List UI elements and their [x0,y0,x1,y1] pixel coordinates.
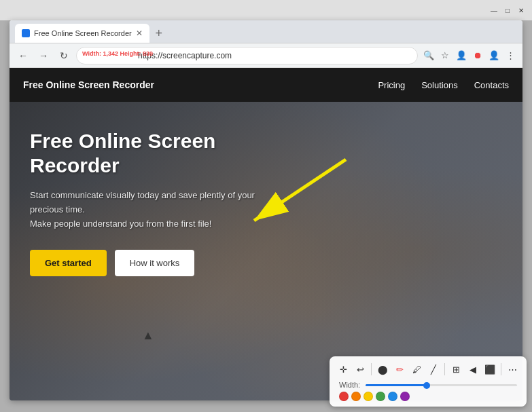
site-content: Free Online Screen Recorder Pricing Solu… [10,68,522,400]
color-red[interactable] [339,392,349,401]
os-window-controls[interactable]: — □ ✕ [489,5,527,16]
width-control: Width: [336,381,520,389]
active-tab[interactable]: Free Online Screen Recorder ✕ [15,24,149,43]
hero-subtitle-line1: Start communicate visually today and sav… [30,190,255,214]
address-bar-icons: 🔍 ☆ 👤 ⏺ 👤 ⋮ [422,49,517,62]
nav-links: Pricing Solutions Contacts [378,80,509,90]
profile-icon-2[interactable]: 👤 [487,49,501,62]
hero-subtitle: Start communicate visually today and sav… [30,189,271,231]
new-tab-button[interactable]: + [149,24,169,43]
toolbar-separator-1 [371,363,372,375]
width-slider-thumb[interactable] [423,382,430,389]
more-tool-icon[interactable]: ⋯ [506,362,520,377]
color-orange[interactable] [351,392,361,401]
toolbar-separator-3 [501,363,501,375]
bookmark-icon[interactable]: ☆ [438,49,452,62]
add-tool-icon[interactable]: ✛ [336,362,351,377]
url-box[interactable]: Width: 1,342 Height: 839 https://screenc… [76,47,418,64]
how-it-works-button[interactable]: How it works [115,250,195,276]
annotation-toolbar: ✛ ↩ ⬤ ✏ 🖊 ╱ ⊞ ◀ ⬛ ⋯ Width: [330,356,527,407]
nav-contacts[interactable]: Contacts [474,80,509,90]
highlight-tool-icon[interactable]: 🖊 [410,362,424,377]
profile-icon-1[interactable]: 👤 [455,49,468,62]
hero-section: Free Online Screen Recorder Start commun… [10,102,522,400]
refresh-button[interactable]: ↻ [56,48,72,64]
menu-icon[interactable]: ⋮ [503,49,517,62]
get-started-button[interactable]: Get started [30,250,107,276]
width-slider-fill [366,384,426,386]
color-blue[interactable] [388,392,397,401]
browser-window: Free Online Screen Recorder ✕ + ← → ↻ Wi… [10,20,522,400]
undo-tool-icon[interactable]: ↩ [353,362,368,377]
tab-close-button[interactable]: ✕ [136,29,143,38]
hero-buttons: Get started How it works [30,250,271,276]
forward-button[interactable]: → [35,48,52,64]
nav-pricing[interactable]: Pricing [378,80,405,90]
tab-favicon [22,29,30,37]
dimension-badge: Width: 1,342 Height: 839 [82,50,153,57]
color-green[interactable] [376,392,385,401]
tab-bar: Free Online Screen Recorder ✕ + [10,20,522,43]
toolbar-separator-2 [444,363,445,375]
nav-solutions[interactable]: Solutions [421,80,457,90]
maximize-button[interactable]: □ [502,5,513,16]
minimize-button[interactable]: — [489,5,499,16]
width-label: Width: [339,381,360,389]
search-icon[interactable]: 🔍 [422,49,436,62]
save-tool-icon[interactable]: ⬛ [483,362,497,377]
back-button[interactable]: ← [15,48,31,64]
color-purple[interactable] [400,392,410,401]
hero-title: Free Online Screen Recorder [30,129,271,178]
color-yellow[interactable] [363,392,373,401]
close-button[interactable]: ✕ [516,5,527,16]
address-bar: ← → ↻ Width: 1,342 Height: 839 https://s… [10,43,522,68]
circle-tool-icon[interactable]: ⬤ [376,362,390,377]
width-slider[interactable] [366,384,517,386]
crop-tool-icon[interactable]: ⊞ [449,362,463,377]
os-titlebar: — □ ✕ [0,0,532,20]
site-logo: Free Online Screen Recorder [23,79,378,90]
site-navigation: Free Online Screen Recorder Pricing Solu… [10,68,522,102]
share-tool-icon[interactable]: ◀ [466,362,480,377]
arrow-annotation [241,156,349,238]
hero-subtitle-line2: Make people understand you from the firs… [30,219,211,229]
line-tool-icon[interactable]: ╱ [427,362,441,377]
record-icon[interactable]: ⏺ [471,49,484,62]
tab-label: Free Online Screen Recorder [34,29,132,37]
pen-tool-icon[interactable]: ✏ [393,362,407,377]
svg-line-1 [254,160,346,221]
toolbar-icons-row: ✛ ↩ ⬤ ✏ 🖊 ╱ ⊞ ◀ ⬛ ⋯ [336,362,520,377]
color-palette [336,389,520,401]
